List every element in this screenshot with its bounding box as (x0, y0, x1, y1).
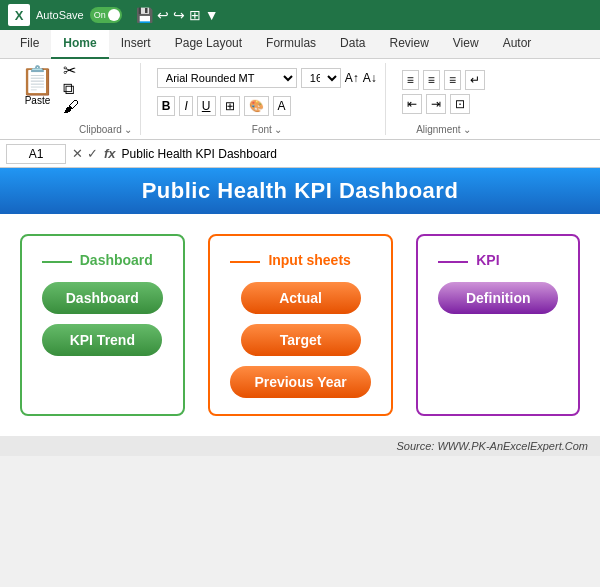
ribbon-tabs: File Home Insert Page Layout Formulas Da… (0, 30, 600, 59)
autosave-toggle[interactable]: On (90, 7, 122, 23)
alignment-expand-icon[interactable]: ⌄ (463, 124, 471, 135)
cancel-formula-icon[interactable]: ✕ (72, 146, 83, 161)
dashboard-card-label: Dashboard (80, 252, 153, 268)
font-size-select[interactable]: 16 (301, 68, 341, 88)
card-header-kpi: KPI (438, 252, 499, 272)
dashboard-title: Public Health KPI Dashboard (0, 168, 600, 214)
dashboard-content: Dashboard Dashboard KPI Trend Input shee… (0, 214, 600, 436)
italic-button[interactable]: I (179, 96, 192, 116)
tab-file[interactable]: File (8, 30, 51, 58)
toolbar-icons: 💾 ↩ ↪ ⊞ ▼ (136, 7, 219, 23)
alignment-label: Alignment ⌄ (416, 120, 470, 135)
card-line-purple (438, 261, 468, 263)
align-right-button[interactable]: ≡ (444, 70, 461, 90)
tab-home[interactable]: Home (51, 30, 108, 59)
kpi-card-label: KPI (476, 252, 499, 268)
alignment-group: ≡ ≡ ≡ ↵ ⇤ ⇥ ⊡ Alignment ⌄ (394, 63, 493, 135)
tab-data[interactable]: Data (328, 30, 377, 58)
formula-icons: ✕ ✓ (72, 146, 98, 161)
paste-label: Paste (25, 95, 51, 106)
fill-color-button[interactable]: 🎨 (244, 96, 269, 116)
previous-year-button[interactable]: Previous Year (230, 366, 370, 398)
alignment-text: Alignment (416, 124, 460, 135)
font-row2: B I U ⊞ 🎨 A (157, 96, 377, 116)
increase-font-icon[interactable]: A↑ (345, 71, 359, 85)
card-line-orange (230, 261, 260, 263)
tab-automate[interactable]: Autor (491, 30, 544, 58)
table-icon[interactable]: ⊞ (189, 7, 201, 23)
redo-icon[interactable]: ↪ (173, 7, 185, 23)
bold-button[interactable]: B (157, 96, 176, 116)
save-icon[interactable]: 💾 (136, 7, 153, 23)
alignment-row2: ⇤ ⇥ ⊡ (402, 94, 485, 114)
tab-insert[interactable]: Insert (109, 30, 163, 58)
formula-bar: A1 ✕ ✓ fx Public Health KPI Dashboard (0, 140, 600, 168)
tab-review[interactable]: Review (377, 30, 440, 58)
undo-icon[interactable]: ↩ (157, 7, 169, 23)
kpi-trend-button[interactable]: KPI Trend (42, 324, 162, 356)
dashboard-card-orange: Input sheets Actual Target Previous Year (208, 234, 392, 416)
format-painter-icon[interactable]: 🖌 (63, 99, 79, 115)
align-left-button[interactable]: ≡ (402, 70, 419, 90)
alignment-row1: ≡ ≡ ≡ ↵ (402, 70, 485, 90)
title-bar: X AutoSave On 💾 ↩ ↪ ⊞ ▼ (0, 0, 600, 30)
ribbon-content: 📋 Paste ✂ ⧉ 🖌 Clipboard ⌄ Arial Rounded (0, 59, 600, 139)
clipboard-small-buttons: ✂ ⧉ 🖌 (63, 63, 79, 115)
autosave-on-text: On (94, 10, 106, 20)
indent-decrease-button[interactable]: ⇤ (402, 94, 422, 114)
paste-icon: 📋 (20, 67, 55, 95)
font-row1: Arial Rounded MT 16 A↑ A↓ (157, 68, 377, 88)
underline-button[interactable]: U (197, 96, 216, 116)
clipboard-group: 📋 Paste ✂ ⧉ 🖌 Clipboard ⌄ (8, 63, 141, 135)
font-text: Font (252, 124, 272, 135)
input-sheets-card-label: Input sheets (268, 252, 350, 268)
cell-reference[interactable]: A1 (6, 144, 66, 164)
font-color-button[interactable]: A (273, 96, 291, 116)
cut-icon[interactable]: ✂ (63, 63, 79, 79)
paste-button[interactable]: 📋 Paste (16, 63, 59, 110)
dashboard-card-purple: KPI Definition (416, 234, 580, 416)
font-label: Font ⌄ (252, 120, 282, 135)
target-button[interactable]: Target (241, 324, 361, 356)
source-text: Source: WWW.PK-AnExcelExpert.Com (396, 440, 588, 452)
tab-formulas[interactable]: Formulas (254, 30, 328, 58)
dashboard-area: Public Health KPI Dashboard Dashboard Da… (0, 168, 600, 456)
autosave-knob (108, 9, 120, 21)
merge-button[interactable]: ⊡ (450, 94, 470, 114)
quick-access-icon[interactable]: ▼ (205, 7, 219, 23)
clipboard-expand-icon[interactable]: ⌄ (124, 124, 132, 135)
font-name-select[interactable]: Arial Rounded MT (157, 68, 297, 88)
border-button[interactable]: ⊞ (220, 96, 240, 116)
decrease-font-icon[interactable]: A↓ (363, 71, 377, 85)
source-bar: Source: WWW.PK-AnExcelExpert.Com (0, 436, 600, 456)
copy-icon[interactable]: ⧉ (63, 81, 79, 97)
excel-logo: X (8, 4, 30, 26)
confirm-formula-icon[interactable]: ✓ (87, 146, 98, 161)
dashboard-button[interactable]: Dashboard (42, 282, 163, 314)
actual-button[interactable]: Actual (241, 282, 361, 314)
formula-fx-label: fx (104, 146, 116, 161)
definition-button[interactable]: Definition (438, 282, 558, 314)
tab-page-layout[interactable]: Page Layout (163, 30, 254, 58)
wrap-text-button[interactable]: ↵ (465, 70, 485, 90)
card-line-green (42, 261, 72, 263)
align-center-button[interactable]: ≡ (423, 70, 440, 90)
autosave-label: AutoSave (36, 9, 84, 21)
indent-increase-button[interactable]: ⇥ (426, 94, 446, 114)
dashboard-card-green: Dashboard Dashboard KPI Trend (20, 234, 185, 416)
formula-content: Public Health KPI Dashboard (122, 147, 594, 161)
font-group: Arial Rounded MT 16 A↑ A↓ B I U ⊞ 🎨 A (149, 63, 386, 135)
ribbon: File Home Insert Page Layout Formulas Da… (0, 30, 600, 140)
card-header-input: Input sheets (230, 252, 350, 272)
card-header-dashboard: Dashboard (42, 252, 153, 272)
font-expand-icon[interactable]: ⌄ (274, 124, 282, 135)
tab-view[interactable]: View (441, 30, 491, 58)
clipboard-label: Clipboard ⌄ (79, 120, 132, 135)
clipboard-text: Clipboard (79, 124, 122, 135)
